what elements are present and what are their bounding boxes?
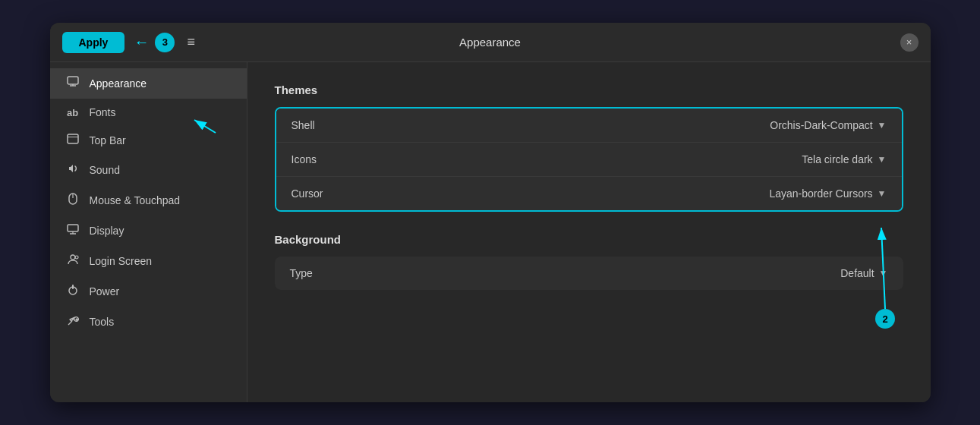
main-window: Apply ← 3 ≡ Appearance × Appearance (50, 23, 931, 402)
titlebar: Apply ← 3 ≡ Appearance × (50, 23, 931, 62)
titlebar-left: Apply ← 3 ≡ (62, 32, 195, 53)
login-icon (65, 253, 80, 269)
sidebar-label-mouse: Mouse & Touchpad (90, 194, 181, 206)
sidebar-item-topbar[interactable]: Top Bar (50, 126, 247, 155)
themes-box: Shell Orchis-Dark-Compact ▼ Icons Tela c… (275, 107, 903, 212)
sidebar-item-fonts[interactable]: ab Fonts (50, 99, 247, 126)
svg-rect-7 (68, 225, 78, 231)
sidebar-item-login[interactable]: Login Screen (50, 246, 247, 276)
shell-dropdown-arrow: ▼ (878, 120, 887, 131)
sidebar-item-sound[interactable]: Sound (50, 155, 247, 185)
sidebar-item-power[interactable]: Power (50, 276, 247, 307)
sidebar-label-appearance: Appearance (90, 77, 147, 90)
icons-label: Icons (291, 153, 317, 165)
sidebar-label-power: Power (90, 285, 120, 298)
arrow-badge-3: ← 3 (134, 33, 175, 52)
background-type-row: Type Default ▼ (275, 257, 903, 290)
svg-rect-3 (68, 134, 78, 143)
shell-value[interactable]: Orchis-Dark-Compact ▼ (770, 119, 886, 131)
type-value[interactable]: Default ▼ (840, 267, 887, 279)
icons-value-text: Tela circle dark (802, 153, 872, 165)
background-section-title: Background (275, 233, 903, 246)
sidebar-label-topbar: Top Bar (90, 134, 126, 146)
icons-value[interactable]: Tela circle dark ▼ (802, 153, 886, 165)
shell-value-text: Orchis-Dark-Compact (770, 119, 872, 131)
sidebar-label-tools: Tools (90, 316, 115, 328)
svg-point-10 (71, 255, 75, 260)
sidebar-label-display: Display (90, 225, 124, 237)
cursor-label: Cursor (291, 187, 323, 200)
cursor-value-text: Layan-border Cursors (769, 187, 872, 200)
power-icon (65, 284, 80, 299)
shell-label: Shell (291, 119, 315, 131)
sidebar-label-login: Login Screen (90, 255, 153, 267)
type-value-text: Default (840, 267, 874, 279)
sound-icon (65, 162, 80, 178)
main-panel: Themes Shell Orchis-Dark-Compact ▼ Icons (247, 62, 931, 402)
svg-rect-0 (68, 77, 78, 84)
window-title: Appearance (459, 36, 521, 49)
fonts-icon: ab (65, 107, 80, 118)
themes-section-title: Themes (275, 83, 903, 96)
background-box: Type Default ▼ (275, 257, 903, 290)
cursor-dropdown-arrow: ▼ (878, 188, 887, 199)
menu-icon[interactable]: ≡ (187, 34, 195, 50)
theme-row-shell: Shell Orchis-Dark-Compact ▼ (276, 109, 902, 143)
badge-1: 3 (155, 33, 175, 52)
content-area: Appearance ab Fonts Top Bar Sound (50, 62, 931, 402)
sidebar: Appearance ab Fonts Top Bar Sound (50, 62, 247, 402)
theme-row-icons: Icons Tela circle dark ▼ (276, 143, 902, 177)
sidebar-item-display[interactable]: Display (50, 216, 247, 246)
sidebar-item-tools[interactable]: Tools (50, 307, 247, 337)
apply-button[interactable]: Apply (62, 32, 125, 53)
type-label: Type (290, 267, 313, 279)
appearance-icon (65, 76, 80, 91)
theme-row-cursor: Cursor Layan-border Cursors ▼ (276, 177, 902, 210)
type-dropdown-arrow: ▼ (879, 268, 888, 279)
tools-icon (65, 314, 80, 329)
icons-dropdown-arrow: ▼ (878, 154, 887, 165)
sidebar-item-mouse[interactable]: Mouse & Touchpad (50, 185, 247, 216)
cursor-value[interactable]: Layan-border Cursors ▼ (769, 187, 886, 200)
left-arrow-icon: ← (134, 33, 149, 51)
sidebar-label-fonts: Fonts (90, 106, 116, 118)
sidebar-item-appearance[interactable]: Appearance (50, 68, 247, 99)
topbar-icon (65, 134, 80, 147)
svg-point-11 (75, 256, 78, 259)
close-button[interactable]: × (900, 33, 919, 52)
display-icon (65, 223, 80, 238)
sidebar-label-sound: Sound (90, 164, 120, 176)
mouse-icon (65, 193, 80, 208)
